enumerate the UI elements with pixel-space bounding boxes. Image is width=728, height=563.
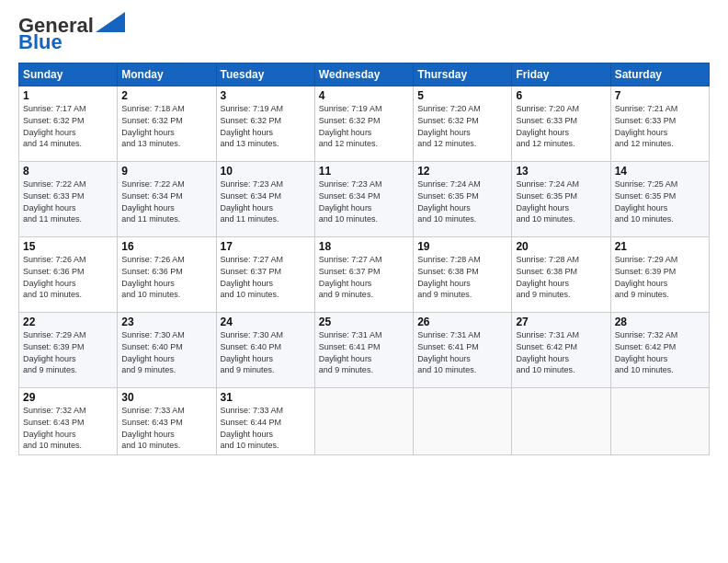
day-info: Sunrise: 7:20 AMSunset: 6:32 PMDaylight … xyxy=(417,104,481,148)
calendar-day-cell xyxy=(610,388,709,454)
day-info: Sunrise: 7:22 AMSunset: 6:34 PMDaylight … xyxy=(121,179,185,224)
calendar-day-cell: 2 Sunrise: 7:18 AMSunset: 6:32 PMDayligh… xyxy=(118,86,216,162)
day-number: 6 xyxy=(516,89,606,102)
calendar-week-row: 29 Sunrise: 7:32 AMSunset: 6:43 PMDaylig… xyxy=(19,388,710,454)
calendar-body: 1 Sunrise: 7:17 AMSunset: 6:32 PMDayligh… xyxy=(19,86,710,454)
day-info: Sunrise: 7:23 AMSunset: 6:34 PMDaylight … xyxy=(319,179,382,224)
day-number: 15 xyxy=(23,240,113,253)
day-number: 29 xyxy=(23,391,113,404)
calendar-week-row: 15 Sunrise: 7:26 AMSunset: 6:36 PMDaylig… xyxy=(19,237,710,313)
day-info: Sunrise: 7:33 AMSunset: 6:44 PMDaylight … xyxy=(221,406,284,450)
calendar-week-row: 1 Sunrise: 7:17 AMSunset: 6:32 PMDayligh… xyxy=(19,86,710,162)
day-number: 18 xyxy=(319,240,409,253)
day-info: Sunrise: 7:24 AMSunset: 6:35 PMDaylight … xyxy=(417,179,481,224)
day-info: Sunrise: 7:30 AMSunset: 6:40 PMDaylight … xyxy=(221,330,284,374)
day-info: Sunrise: 7:27 AMSunset: 6:37 PMDaylight … xyxy=(319,255,382,299)
logo-icon xyxy=(96,12,125,32)
day-number: 9 xyxy=(121,165,211,178)
calendar-day-cell: 15 Sunrise: 7:26 AMSunset: 6:36 PMDaylig… xyxy=(19,237,118,313)
calendar-day-cell: 20 Sunrise: 7:28 AMSunset: 6:38 PMDaylig… xyxy=(512,237,610,313)
day-number: 28 xyxy=(615,316,705,328)
day-number: 20 xyxy=(516,240,606,253)
calendar-day-cell: 8 Sunrise: 7:22 AMSunset: 6:33 PMDayligh… xyxy=(19,162,118,237)
day-number: 2 xyxy=(121,89,211,102)
day-number: 17 xyxy=(221,240,311,253)
day-number: 31 xyxy=(221,391,311,404)
calendar-day-cell: 27 Sunrise: 7:31 AMSunset: 6:42 PMDaylig… xyxy=(512,313,610,388)
calendar-day-cell: 22 Sunrise: 7:29 AMSunset: 6:39 PMDaylig… xyxy=(19,313,118,388)
calendar-day-cell xyxy=(314,388,413,454)
weekday-header: Friday xyxy=(512,63,610,86)
day-info: Sunrise: 7:28 AMSunset: 6:38 PMDaylight … xyxy=(516,255,579,299)
calendar-day-cell: 11 Sunrise: 7:23 AMSunset: 6:34 PMDaylig… xyxy=(314,162,413,237)
calendar-day-cell xyxy=(414,388,512,454)
logo-blue-text: Blue xyxy=(18,31,63,53)
calendar-day-cell: 30 Sunrise: 7:33 AMSunset: 6:43 PMDaylig… xyxy=(118,388,216,454)
calendar-day-cell: 25 Sunrise: 7:31 AMSunset: 6:41 PMDaylig… xyxy=(314,313,413,388)
day-number: 22 xyxy=(23,316,113,328)
day-number: 8 xyxy=(23,165,113,178)
header: General Blue xyxy=(18,15,710,53)
day-info: Sunrise: 7:26 AMSunset: 6:36 PMDaylight … xyxy=(23,255,86,299)
day-number: 24 xyxy=(221,316,311,328)
day-number: 13 xyxy=(516,165,606,178)
day-info: Sunrise: 7:22 AMSunset: 6:33 PMDaylight … xyxy=(23,179,86,224)
day-info: Sunrise: 7:31 AMSunset: 6:42 PMDaylight … xyxy=(516,330,579,374)
day-info: Sunrise: 7:18 AMSunset: 6:32 PMDaylight … xyxy=(121,104,185,148)
day-number: 3 xyxy=(221,89,311,102)
calendar-day-cell xyxy=(512,388,610,454)
calendar-day-cell: 14 Sunrise: 7:25 AMSunset: 6:35 PMDaylig… xyxy=(610,162,709,237)
day-number: 1 xyxy=(23,89,113,102)
calendar-day-cell: 13 Sunrise: 7:24 AMSunset: 6:35 PMDaylig… xyxy=(512,162,610,237)
calendar-day-cell: 4 Sunrise: 7:19 AMSunset: 6:32 PMDayligh… xyxy=(314,86,413,162)
weekday-header: Saturday xyxy=(610,63,709,86)
day-info: Sunrise: 7:33 AMSunset: 6:43 PMDaylight … xyxy=(121,406,185,450)
calendar-day-cell: 12 Sunrise: 7:24 AMSunset: 6:35 PMDaylig… xyxy=(414,162,512,237)
calendar-week-row: 22 Sunrise: 7:29 AMSunset: 6:39 PMDaylig… xyxy=(19,313,710,388)
calendar-day-cell: 3 Sunrise: 7:19 AMSunset: 6:32 PMDayligh… xyxy=(216,86,314,162)
day-number: 23 xyxy=(121,316,211,328)
day-info: Sunrise: 7:26 AMSunset: 6:36 PMDaylight … xyxy=(121,255,185,299)
calendar-day-cell: 7 Sunrise: 7:21 AMSunset: 6:33 PMDayligh… xyxy=(610,86,709,162)
day-number: 4 xyxy=(319,89,409,102)
day-number: 26 xyxy=(417,316,507,328)
day-number: 7 xyxy=(615,89,705,102)
calendar-day-cell: 18 Sunrise: 7:27 AMSunset: 6:37 PMDaylig… xyxy=(314,237,413,313)
calendar-day-cell: 19 Sunrise: 7:28 AMSunset: 6:38 PMDaylig… xyxy=(414,237,512,313)
day-info: Sunrise: 7:23 AMSunset: 6:34 PMDaylight … xyxy=(221,179,284,224)
day-info: Sunrise: 7:19 AMSunset: 6:32 PMDaylight … xyxy=(319,104,382,148)
weekday-header: Sunday xyxy=(19,63,118,86)
calendar-day-cell: 24 Sunrise: 7:30 AMSunset: 6:40 PMDaylig… xyxy=(216,313,314,388)
day-number: 11 xyxy=(319,165,409,178)
day-info: Sunrise: 7:17 AMSunset: 6:32 PMDaylight … xyxy=(23,104,86,148)
day-info: Sunrise: 7:25 AMSunset: 6:35 PMDaylight … xyxy=(615,179,678,224)
calendar-day-cell: 6 Sunrise: 7:20 AMSunset: 6:33 PMDayligh… xyxy=(512,86,610,162)
calendar-day-cell: 21 Sunrise: 7:29 AMSunset: 6:39 PMDaylig… xyxy=(610,237,709,313)
day-info: Sunrise: 7:19 AMSunset: 6:32 PMDaylight … xyxy=(221,104,284,148)
weekday-header: Monday xyxy=(118,63,216,86)
calendar-day-cell: 29 Sunrise: 7:32 AMSunset: 6:43 PMDaylig… xyxy=(19,388,118,454)
day-number: 12 xyxy=(417,165,507,178)
weekday-header: Tuesday xyxy=(216,63,314,86)
calendar-week-row: 8 Sunrise: 7:22 AMSunset: 6:33 PMDayligh… xyxy=(19,162,710,237)
day-number: 10 xyxy=(221,165,311,178)
page: General Blue SundayMondayTuesdayWednesda… xyxy=(0,0,728,563)
day-info: Sunrise: 7:32 AMSunset: 6:43 PMDaylight … xyxy=(23,406,86,450)
day-number: 16 xyxy=(121,240,211,253)
day-info: Sunrise: 7:27 AMSunset: 6:37 PMDaylight … xyxy=(221,255,284,299)
day-number: 21 xyxy=(615,240,705,253)
logo: General Blue xyxy=(18,15,125,53)
day-number: 30 xyxy=(121,391,211,404)
calendar-day-cell: 31 Sunrise: 7:33 AMSunset: 6:44 PMDaylig… xyxy=(216,388,314,454)
day-info: Sunrise: 7:32 AMSunset: 6:42 PMDaylight … xyxy=(615,330,678,374)
day-info: Sunrise: 7:20 AMSunset: 6:33 PMDaylight … xyxy=(516,104,579,148)
calendar-day-cell: 1 Sunrise: 7:17 AMSunset: 6:32 PMDayligh… xyxy=(19,86,118,162)
day-number: 25 xyxy=(319,316,409,328)
calendar-day-cell: 16 Sunrise: 7:26 AMSunset: 6:36 PMDaylig… xyxy=(118,237,216,313)
day-info: Sunrise: 7:31 AMSunset: 6:41 PMDaylight … xyxy=(417,330,481,374)
calendar-day-cell: 26 Sunrise: 7:31 AMSunset: 6:41 PMDaylig… xyxy=(414,313,512,388)
calendar-day-cell: 10 Sunrise: 7:23 AMSunset: 6:34 PMDaylig… xyxy=(216,162,314,237)
calendar-day-cell: 17 Sunrise: 7:27 AMSunset: 6:37 PMDaylig… xyxy=(216,237,314,313)
calendar-day-cell: 23 Sunrise: 7:30 AMSunset: 6:40 PMDaylig… xyxy=(118,313,216,388)
calendar-header-row: SundayMondayTuesdayWednesdayThursdayFrid… xyxy=(19,63,710,86)
